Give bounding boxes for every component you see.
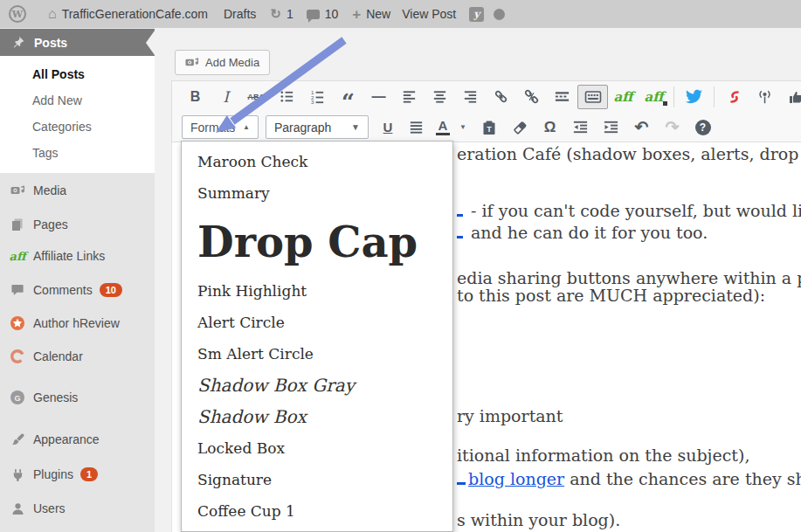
comments-count: 10 [325, 7, 339, 21]
underline-button[interactable]: U [374, 115, 402, 140]
sidebar-item-media[interactable]: Media [0, 174, 155, 207]
sidebar-item-appearance[interactable]: Appearance [0, 423, 155, 456]
numbered-list-icon: 123 [309, 88, 326, 105]
format-item-maroon-check[interactable]: Maroon Check [182, 146, 452, 177]
special-character-button[interactable]: Ω [535, 115, 565, 140]
updates-count: 1 [287, 7, 293, 21]
text-color-button[interactable]: A [430, 115, 456, 140]
svg-text:T: T [487, 124, 492, 133]
submenu-item-categories[interactable]: Categories [0, 114, 155, 140]
sidebar-item-calendar[interactable]: Calendar [0, 340, 155, 373]
editor-toolbar: B I ABC 123 “ — aff aff [171, 80, 801, 142]
horizontal-rule-button[interactable]: — [363, 85, 394, 109]
insert-link-button[interactable] [486, 85, 516, 109]
strikethrough-button[interactable]: ABC [241, 85, 272, 109]
admin-bar-drafts[interactable]: Drafts [224, 7, 256, 21]
submenu-item-add-new[interactable]: Add New [0, 87, 155, 114]
format-item-shadow-box[interactable]: Shadow Box [182, 401, 452, 432]
toolbar-separator [673, 86, 674, 107]
caret-down-icon: ▼ [459, 123, 466, 131]
share-button[interactable] [719, 85, 749, 109]
justify-button[interactable] [402, 115, 430, 140]
sidebar-item-plugins[interactable]: Plugins 1 [0, 458, 155, 491]
blockquote-button[interactable]: “ [333, 85, 363, 109]
sidebar-item-label: Appearance [33, 432, 100, 446]
add-media-button[interactable]: Add Media [175, 50, 270, 75]
remove-link-button[interactable] [516, 85, 547, 109]
indent-icon [603, 119, 619, 135]
site-name-label: TrafficGenerationCafe.com [62, 7, 208, 21]
link-fragment[interactable] [457, 482, 466, 485]
text-color-caret-button[interactable]: ▼ [456, 115, 470, 140]
italic-glyph: I [223, 88, 229, 106]
affiliate-link-button[interactable]: aff [608, 85, 639, 109]
admin-bar-new[interactable]: + New [352, 7, 390, 22]
sidebar-item-pages[interactable]: Pages [0, 208, 155, 241]
bullet-list-button[interactable] [272, 85, 302, 109]
link-fragment[interactable] [457, 214, 463, 217]
submenu-item-all-posts[interactable]: All Posts [0, 61, 155, 87]
content-link[interactable]: blog longer [468, 469, 564, 488]
sidebar-item-author-hreview[interactable]: Author hReview [0, 307, 155, 340]
align-right-icon [462, 88, 479, 105]
hr-glyph: — [372, 89, 386, 105]
wordpress-logo-icon[interactable]: W [9, 5, 26, 23]
admin-bar-view-post[interactable]: View Post [402, 7, 456, 21]
format-item-signature[interactable]: Signature [182, 464, 452, 495]
italic-button[interactable]: I [211, 85, 241, 109]
updates-icon: ↻ [270, 6, 281, 22]
outdent-button[interactable] [565, 115, 596, 140]
paintbrush-icon [9, 432, 26, 447]
indent-button[interactable] [596, 115, 626, 140]
format-item-coffee-cup-1[interactable]: Coffee Cup 1 [182, 495, 452, 527]
format-item-locked-box[interactable]: Locked Box [182, 432, 452, 464]
redo-button[interactable]: ↷ [657, 115, 687, 140]
caret-up-icon: ▲ [243, 123, 250, 131]
read-more-button[interactable] [547, 85, 577, 109]
admin-bar-comments[interactable]: 10 [307, 7, 339, 21]
align-left-button[interactable] [394, 85, 425, 109]
block-format-value: Paragraph [274, 121, 331, 135]
align-left-icon [401, 88, 418, 105]
submenu-item-tags[interactable]: Tags [0, 140, 155, 166]
clear-formatting-button[interactable] [504, 115, 535, 140]
link-fragment[interactable] [457, 236, 463, 238]
admin-bar-site-name[interactable]: ⌂ TrafficGenerationCafe.com [48, 7, 208, 21]
sidebar-item-genesis[interactable]: G Genesis [0, 381, 155, 414]
admin-sidebar: Posts All Posts Add New Categories Tags … [0, 28, 155, 532]
status-dot-icon[interactable] [494, 9, 505, 20]
comments-count-badge: 10 [100, 283, 122, 297]
podcast-button[interactable] [749, 85, 780, 109]
content-line: to this post are MUCH appreciated): [457, 286, 765, 305]
sidebar-item-comments[interactable]: Comments 10 [0, 273, 155, 307]
user-icon [9, 501, 26, 516]
tweet-button[interactable] [679, 85, 709, 109]
format-item-sm-alert-circle[interactable]: Sm Alert Circle [182, 338, 452, 370]
formats-dropdown-button[interactable]: Formats ▲ [182, 115, 259, 139]
yoast-seo-icon[interactable]: y [469, 7, 484, 22]
align-right-button[interactable] [455, 85, 486, 109]
align-center-button[interactable] [425, 85, 455, 109]
bold-button[interactable]: B [180, 85, 211, 109]
calendar-icon [9, 349, 26, 364]
yoast-letter: y [473, 8, 480, 20]
format-item-pink-highlight[interactable]: Pink Highlight [182, 275, 452, 307]
format-item-summary[interactable]: Summary [182, 177, 452, 209]
undo-button[interactable]: ↶ [626, 115, 657, 140]
outdent-icon [572, 119, 589, 135]
like-button[interactable] [780, 85, 801, 109]
block-format-select[interactable]: Paragraph ▼ [266, 115, 369, 139]
sidebar-item-posts[interactable]: Posts [0, 29, 155, 56]
format-item-shadow-box-gray[interactable]: Shadow Box Gray [182, 370, 452, 401]
sidebar-item-users[interactable]: Users [0, 492, 155, 525]
format-item-alert-circle[interactable]: Alert Circle [182, 307, 452, 338]
format-item-drop-cap[interactable]: Drop Cap [182, 209, 452, 275]
sidebar-item-affiliate-links[interactable]: aff Affiliate Links [0, 239, 155, 273]
admin-bar-updates[interactable]: ↻ 1 [270, 6, 293, 22]
toolbar-toggle-button[interactable] [577, 85, 608, 109]
affiliate-link-box-button[interactable]: aff [639, 85, 669, 109]
content-line: and he can do it for you too. [457, 223, 708, 242]
help-button[interactable]: ? [687, 115, 718, 140]
numbered-list-button[interactable]: 123 [302, 85, 333, 109]
paste-as-text-button[interactable]: T [473, 115, 504, 140]
